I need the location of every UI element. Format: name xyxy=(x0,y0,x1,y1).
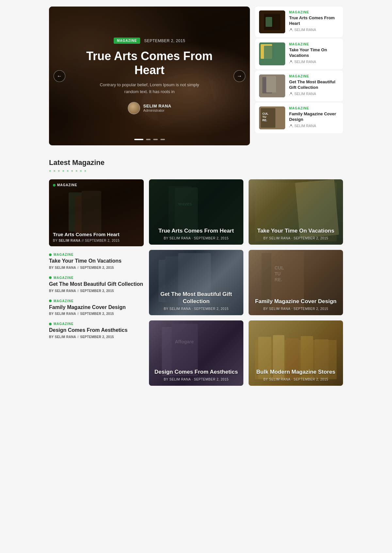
hero-meta: MAGAZINE SEPTEMBER 2, 2015 xyxy=(114,38,185,44)
section-title: Latest Magazine xyxy=(49,158,343,167)
right-card-2[interactable]: CUL TU RE. Family Magazine Cover Design … xyxy=(249,250,343,315)
mid-card-1[interactable]: waves True Arts Comes From Heart BY SELI… xyxy=(149,179,243,245)
mid-card-3-meta: BY SELIM RANA · SEPTEMBER 2, 2015 xyxy=(164,378,229,381)
hero-dot-4[interactable] xyxy=(160,139,165,140)
svg-rect-10 xyxy=(264,46,275,60)
list-title-5: Design Comes From Aesthetics xyxy=(49,327,144,334)
sidebar-title-1: True Arts Comes From Heart xyxy=(289,15,339,26)
right-card-1[interactable]: Take Your Time On Vacations BY SELIM RAN… xyxy=(249,179,343,245)
mid-card-2-content: Get The Most Beautiful Gift Collection B… xyxy=(149,250,243,315)
sidebar-card-image-2 xyxy=(259,42,285,65)
list-card-1[interactable]: MAGAZINE True Arts Comes From Heart BY S… xyxy=(49,179,144,246)
hero-author-info: SELIM RANA Administrator xyxy=(143,104,172,112)
hero-date: SEPTEMBER 2, 2015 xyxy=(144,39,185,43)
hero-next-button[interactable]: → xyxy=(234,70,245,82)
list-cat-label-5: MAGAZINE xyxy=(54,322,74,326)
list-item-2[interactable]: MAGAZINE Take Your Time On Vacations BY … xyxy=(49,253,144,269)
list-title-2: Take Your Time On Vacations xyxy=(49,258,144,265)
sidebar-cat-4: MAGAZINE xyxy=(289,106,339,110)
right-card-1-title: Take Your Time On Vacations xyxy=(257,227,335,235)
card-title: True Arts Comes From Heart xyxy=(53,231,140,238)
hero-title: True Arts Comes From Heart xyxy=(81,49,218,77)
magazine-grid: MAGAZINE True Arts Comes From Heart BY S… xyxy=(49,179,343,386)
list-column: MAGAZINE True Arts Comes From Heart BY S… xyxy=(49,179,144,386)
user-icon xyxy=(289,92,293,96)
badge-text: MAGAZINE xyxy=(57,183,77,187)
hero-author-name: SELIM RANA xyxy=(143,104,172,108)
list-item-4[interactable]: MAGAZINE Family Magazine Cover Design BY… xyxy=(49,299,144,316)
sidebar-author-3: SELIM RANA xyxy=(289,92,339,96)
hero-prev-button[interactable]: ← xyxy=(54,70,65,82)
sidebar-author-4: SELIM RANA xyxy=(289,124,339,128)
right-column: Take Your Time On Vacations BY SELIM RAN… xyxy=(249,179,343,386)
svg-text:CUL: CUL xyxy=(262,112,269,115)
list-meta-4: BY SELIM RANA // SEPTEMBER 2, 2015 xyxy=(49,312,144,316)
sidebar-card-3[interactable]: MAGAZINE Get The Most Beautiful Gift Col… xyxy=(255,71,343,101)
list-dot-5 xyxy=(49,323,52,325)
list-dot-2 xyxy=(49,253,52,256)
sidebar-author-2: SELIM RANA xyxy=(289,60,339,64)
hero-category-badge: MAGAZINE xyxy=(114,38,140,44)
list-cat-label-4: MAGAZINE xyxy=(54,299,74,303)
mid-card-3-title: Design Comes From Aesthetics xyxy=(155,368,238,376)
svg-text:TU: TU xyxy=(262,115,266,119)
mid-card-2[interactable]: Get The Most Beautiful Gift Collection B… xyxy=(149,250,243,315)
list-dot-4 xyxy=(49,300,52,302)
sidebar-card-1[interactable]: MAGAZINE True Arts Comes From Heart SELI… xyxy=(255,7,343,37)
sidebar-card-image-4: CULTURE. xyxy=(259,106,285,129)
list-cat-label-3: MAGAZINE xyxy=(54,276,74,280)
svg-rect-14 xyxy=(266,76,276,92)
hero-dot-3[interactable] xyxy=(153,139,158,140)
divider-decoration: × × × × × × × × × xyxy=(49,169,87,173)
list-title-4: Family Magazine Cover Design xyxy=(49,304,144,311)
mid-card-2-meta: BY SELIM RANA · SEPTEMBER 2, 2015 xyxy=(164,307,229,311)
sidebar-card-2[interactable]: MAGAZINE Take Your Time On Vacations SEL… xyxy=(255,39,343,69)
right-card-3[interactable]: Bulk Modern Magazine Stores BY SELIM RAN… xyxy=(249,320,343,386)
sidebar-title-4: Family Magazine Cover Design xyxy=(289,111,339,122)
mid-card-2-title: Get The Most Beautiful Gift Collection xyxy=(154,291,239,305)
list-meta-5: BY SELIM RANA // SEPTEMBER 2, 2015 xyxy=(49,335,144,339)
card-badge: MAGAZINE xyxy=(53,183,77,187)
svg-text:RE.: RE. xyxy=(262,119,267,122)
section-divider: × × × × × × × × × xyxy=(49,169,343,173)
sidebar-card-image-1 xyxy=(259,10,285,33)
sidebar-card-image-3 xyxy=(259,74,285,97)
hero-section: MAGAZINE SEPTEMBER 2, 2015 True Arts Com… xyxy=(49,7,343,145)
svg-rect-6 xyxy=(266,17,272,27)
list-item-5[interactable]: MAGAZINE Design Comes From Aesthetics BY… xyxy=(49,322,144,339)
hero-sidebar: MAGAZINE True Arts Comes From Heart SELI… xyxy=(255,7,343,145)
hero-dot-1[interactable] xyxy=(134,139,143,140)
sidebar-cat-3: MAGAZINE xyxy=(289,74,339,78)
list-title-3: Get The Most Beautiful Gift Collection xyxy=(49,281,144,288)
section-header: Latest Magazine × × × × × × × × × xyxy=(49,158,343,173)
badge-dot xyxy=(53,184,56,187)
mid-card-1-meta: BY SELIM RANA · SEPTEMBER 2, 2015 xyxy=(164,236,229,240)
avatar xyxy=(128,102,140,114)
sidebar-card-4[interactable]: CULTURE. MAGAZINE Family Magazine Cover … xyxy=(255,103,343,133)
sidebar-card-info-2: MAGAZINE Take Your Time On Vacations SEL… xyxy=(289,42,339,64)
right-card-3-content: Bulk Modern Magazine Stores BY SELIM RAN… xyxy=(249,320,343,386)
user-icon xyxy=(289,28,293,32)
list-meta-2: BY SELIM RANA // SEPTEMBER 2, 2015 xyxy=(49,266,144,269)
right-card-3-title: Bulk Modern Magazine Stores xyxy=(256,368,335,376)
card-content: True Arts Comes From Heart BY SELIM RANA… xyxy=(49,227,144,247)
right-card-2-title: Family Magazine Cover Design xyxy=(255,298,336,305)
sidebar-card-info-1: MAGAZINE True Arts Comes From Heart SELI… xyxy=(289,10,339,32)
right-card-2-meta: BY SELIM RANA · SEPTEMBER 2, 2015 xyxy=(263,307,328,311)
mid-card-3-content: Design Comes From Aesthetics BY SELIM RA… xyxy=(149,320,243,386)
right-card-3-meta: BY SELIM RANA · SEPTEMBER 2, 2015 xyxy=(263,378,328,381)
sidebar-title-3: Get The Most Beautiful Gift Collection xyxy=(289,79,339,90)
right-card-1-content: Take Your Time On Vacations BY SELIM RAN… xyxy=(249,179,343,245)
mid-card-1-title: True Arts Comes From Heart xyxy=(158,227,234,235)
list-item-3[interactable]: MAGAZINE Get The Most Beautiful Gift Col… xyxy=(49,276,144,293)
sidebar-cat-1: MAGAZINE xyxy=(289,10,339,14)
hero-dot-2[interactable] xyxy=(146,139,151,140)
sidebar-title-2: Take Your Time On Vacations xyxy=(289,47,339,58)
mid-card-1-content: True Arts Comes From Heart BY SELIM RANA… xyxy=(149,179,243,245)
hero-dots xyxy=(134,139,165,140)
mid-card-3[interactable]: Affogare Design Comes From Aesthetics BY… xyxy=(149,320,243,386)
hero-main: MAGAZINE SEPTEMBER 2, 2015 True Arts Com… xyxy=(49,7,250,145)
hero-content: MAGAZINE SEPTEMBER 2, 2015 True Arts Com… xyxy=(49,7,250,145)
sidebar-card-info-3: MAGAZINE Get The Most Beautiful Gift Col… xyxy=(289,74,339,96)
middle-column: waves True Arts Comes From Heart BY SELI… xyxy=(149,179,243,386)
